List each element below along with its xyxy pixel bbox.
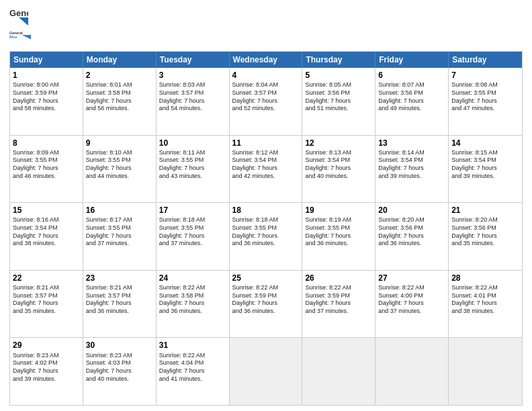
day-number: 18	[232, 205, 300, 216]
header-day-wednesday: Wednesday	[230, 52, 303, 68]
cell-info: Sunrise: 8:21 AMSunset: 3:57 PMDaylight:…	[86, 284, 153, 316]
day-number: 8	[13, 138, 80, 148]
day-number: 14	[451, 138, 519, 148]
header-day-thursday: Thursday	[302, 52, 375, 68]
cell-info: Sunrise: 8:05 AMSunset: 3:56 PMDaylight:…	[305, 81, 372, 113]
day-number: 12	[305, 138, 372, 148]
calendar-cell: 23Sunrise: 8:21 AMSunset: 3:57 PMDayligh…	[83, 271, 157, 338]
cell-info: Sunrise: 8:07 AMSunset: 3:56 PMDaylight:…	[378, 81, 445, 113]
day-number: 16	[86, 205, 153, 216]
cell-info: Sunrise: 8:22 AMSunset: 3:59 PMDaylight:…	[305, 284, 372, 316]
cell-info: Sunrise: 8:22 AMSunset: 4:04 PMDaylight:…	[159, 352, 226, 383]
cell-info: Sunrise: 8:15 AMSunset: 3:54 PMDaylight:…	[451, 149, 519, 181]
cell-info: Sunrise: 8:20 AMSunset: 3:56 PMDaylight:…	[378, 216, 445, 248]
day-number: 21	[451, 205, 519, 216]
calendar-cell: 2Sunrise: 8:01 AMSunset: 3:58 PMDaylight…	[83, 68, 157, 135]
calendar-body: 1Sunrise: 8:00 AMSunset: 3:59 PMDaylight…	[10, 68, 522, 405]
day-number: 23	[86, 273, 153, 283]
calendar-cell: 26Sunrise: 8:22 AMSunset: 3:59 PMDayligh…	[302, 271, 375, 338]
cell-info: Sunrise: 8:19 AMSunset: 3:55 PMDaylight:…	[305, 216, 372, 248]
cell-info: Sunrise: 8:22 AMSunset: 3:59 PMDaylight:…	[232, 284, 300, 316]
day-number: 20	[378, 205, 445, 216]
day-number: 17	[159, 205, 226, 216]
calendar-cell: 21Sunrise: 8:20 AMSunset: 3:56 PMDayligh…	[449, 203, 522, 270]
day-number: 2	[86, 70, 153, 81]
cell-info: Sunrise: 8:17 AMSunset: 3:55 PMDaylight:…	[86, 216, 153, 248]
header-day-monday: Monday	[83, 52, 157, 68]
calendar-header: SundayMondayTuesdayWednesdayThursdayFrid…	[10, 52, 522, 68]
cell-info: Sunrise: 8:22 AMSunset: 4:01 PMDaylight:…	[451, 284, 519, 316]
cell-info: Sunrise: 8:12 AMSunset: 3:54 PMDaylight:…	[232, 149, 300, 181]
calendar-cell: 6Sunrise: 8:07 AMSunset: 3:56 PMDaylight…	[375, 68, 449, 135]
cell-info: Sunrise: 8:11 AMSunset: 3:55 PMDaylight:…	[159, 149, 226, 181]
calendar-cell: 15Sunrise: 8:16 AMSunset: 3:54 PMDayligh…	[10, 203, 83, 270]
calendar-cell: 12Sunrise: 8:13 AMSunset: 3:54 PMDayligh…	[302, 136, 375, 203]
calendar-cell: 16Sunrise: 8:17 AMSunset: 3:55 PMDayligh…	[83, 203, 157, 270]
cell-info: Sunrise: 8:22 AMSunset: 3:58 PMDaylight:…	[159, 284, 226, 316]
calendar-cell: 4Sunrise: 8:04 AMSunset: 3:57 PMDaylight…	[230, 68, 303, 135]
calendar-cell: 3Sunrise: 8:03 AMSunset: 3:57 PMDaylight…	[157, 68, 230, 135]
day-number: 6	[378, 70, 445, 81]
header-day-sunday: Sunday	[10, 52, 83, 68]
cell-info: Sunrise: 8:13 AMSunset: 3:54 PMDaylight:…	[305, 149, 372, 181]
cell-info: Sunrise: 8:09 AMSunset: 3:55 PMDaylight:…	[13, 149, 80, 181]
svg-text:General: General	[9, 8, 28, 18]
calendar-cell: 5Sunrise: 8:05 AMSunset: 3:56 PMDaylight…	[302, 68, 375, 135]
cell-info: Sunrise: 8:23 AMSunset: 4:03 PMDaylight:…	[86, 352, 153, 383]
header-day-friday: Friday	[375, 52, 449, 68]
svg-marker-3	[21, 35, 31, 39]
cell-info: Sunrise: 8:18 AMSunset: 3:55 PMDaylight:…	[159, 216, 226, 248]
calendar-row-2: 15Sunrise: 8:16 AMSunset: 3:54 PMDayligh…	[10, 202, 522, 270]
cell-info: Sunrise: 8:20 AMSunset: 3:56 PMDaylight:…	[451, 216, 519, 248]
day-number: 29	[13, 340, 80, 351]
calendar-cell: 7Sunrise: 8:08 AMSunset: 3:55 PMDaylight…	[449, 68, 522, 135]
cell-info: Sunrise: 8:21 AMSunset: 3:57 PMDaylight:…	[13, 284, 80, 316]
cell-info: Sunrise: 8:10 AMSunset: 3:55 PMDaylight:…	[86, 149, 153, 181]
header-day-saturday: Saturday	[449, 52, 522, 68]
cell-info: Sunrise: 8:08 AMSunset: 3:55 PMDaylight:…	[451, 81, 519, 113]
calendar-cell: 27Sunrise: 8:22 AMSunset: 4:00 PMDayligh…	[375, 271, 449, 338]
calendar-cell: 8Sunrise: 8:09 AMSunset: 3:55 PMDaylight…	[10, 136, 83, 203]
day-number: 4	[232, 70, 300, 81]
cell-info: Sunrise: 8:18 AMSunset: 3:55 PMDaylight:…	[232, 216, 300, 248]
calendar-cell	[375, 338, 449, 405]
calendar-row-1: 8Sunrise: 8:09 AMSunset: 3:55 PMDaylight…	[10, 135, 522, 203]
cell-info: Sunrise: 8:16 AMSunset: 3:54 PMDaylight:…	[13, 216, 80, 248]
calendar-cell	[302, 338, 375, 405]
header: General General Blue	[9, 7, 523, 47]
day-number: 9	[86, 138, 153, 148]
day-number: 13	[378, 138, 445, 148]
day-number: 30	[86, 340, 153, 351]
calendar-cell: 30Sunrise: 8:23 AMSunset: 4:03 PMDayligh…	[83, 338, 157, 405]
calendar-cell: 19Sunrise: 8:19 AMSunset: 3:55 PMDayligh…	[302, 203, 375, 270]
day-number: 24	[159, 273, 226, 283]
cell-info: Sunrise: 8:23 AMSunset: 4:02 PMDaylight:…	[13, 352, 80, 383]
calendar-cell: 20Sunrise: 8:20 AMSunset: 3:56 PMDayligh…	[375, 203, 449, 270]
calendar-cell: 31Sunrise: 8:22 AMSunset: 4:04 PMDayligh…	[157, 338, 230, 405]
calendar-cell: 13Sunrise: 8:14 AMSunset: 3:54 PMDayligh…	[375, 136, 449, 203]
calendar-row-0: 1Sunrise: 8:00 AMSunset: 3:59 PMDaylight…	[10, 68, 522, 135]
day-number: 11	[232, 138, 300, 148]
day-number: 28	[451, 273, 519, 283]
day-number: 25	[232, 273, 300, 283]
calendar-cell: 17Sunrise: 8:18 AMSunset: 3:55 PMDayligh…	[157, 203, 230, 270]
calendar-cell: 29Sunrise: 8:23 AMSunset: 4:02 PMDayligh…	[10, 338, 83, 405]
day-number: 5	[305, 70, 372, 81]
day-number: 3	[159, 70, 226, 81]
calendar-container: General General Blue SundayMondayTuesday…	[0, 0, 532, 411]
day-number: 26	[305, 273, 372, 283]
calendar-cell: 18Sunrise: 8:18 AMSunset: 3:55 PMDayligh…	[230, 203, 303, 270]
day-number: 31	[159, 340, 226, 351]
cell-info: Sunrise: 8:01 AMSunset: 3:58 PMDaylight:…	[86, 81, 153, 113]
day-number: 15	[13, 205, 80, 216]
calendar-cell: 22Sunrise: 8:21 AMSunset: 3:57 PMDayligh…	[10, 271, 83, 338]
calendar-row-3: 22Sunrise: 8:21 AMSunset: 3:57 PMDayligh…	[10, 270, 522, 338]
calendar-cell: 9Sunrise: 8:10 AMSunset: 3:55 PMDaylight…	[83, 136, 157, 203]
calendar: SundayMondayTuesdayWednesdayThursdayFrid…	[9, 51, 523, 406]
calendar-cell	[230, 338, 303, 405]
calendar-cell	[449, 338, 522, 405]
svg-text:Blue: Blue	[9, 35, 17, 39]
cell-info: Sunrise: 8:22 AMSunset: 4:00 PMDaylight:…	[378, 284, 445, 316]
calendar-cell: 24Sunrise: 8:22 AMSunset: 3:58 PMDayligh…	[157, 271, 230, 338]
cell-info: Sunrise: 8:04 AMSunset: 3:57 PMDaylight:…	[232, 81, 300, 113]
